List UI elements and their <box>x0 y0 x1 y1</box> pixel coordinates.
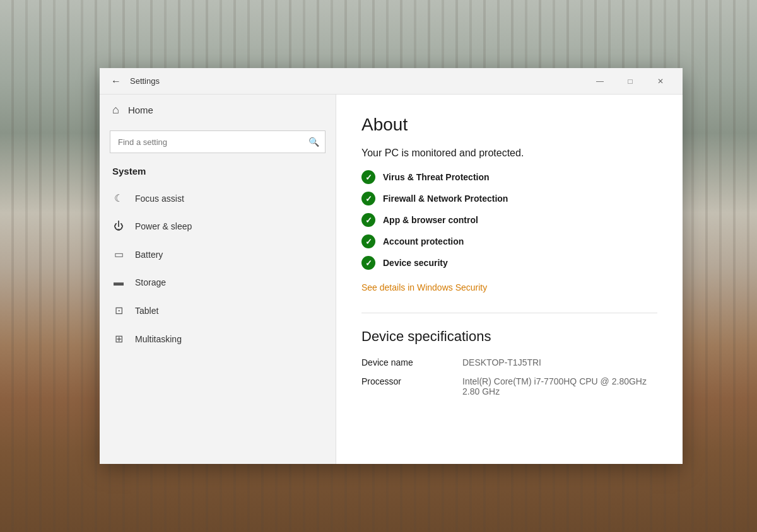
window-title: Settings <box>130 76 160 86</box>
settings-window: ← Settings — □ ✕ ⌂ Home <box>100 68 683 464</box>
sidebar-item-power-sleep[interactable]: ⏻ Power & sleep <box>100 212 336 240</box>
focus-assist-icon: ☾ <box>112 192 125 204</box>
search-box: 🔍 <box>110 130 326 153</box>
home-label: Home <box>128 105 153 115</box>
maximize-icon: □ <box>628 77 632 86</box>
protection-item: Account protection <box>361 234 657 248</box>
sidebar-item-home[interactable]: ⌂ Home <box>100 95 336 125</box>
system-heading: System <box>100 163 336 184</box>
device-specs-title: Device specifications <box>361 328 657 345</box>
check-icon <box>361 213 375 227</box>
search-icon: 🔍 <box>308 137 319 147</box>
close-button[interactable]: ✕ <box>646 71 675 91</box>
sidebar-item-battery[interactable]: ▭ Battery <box>100 240 336 269</box>
protection-name: Firewall & Network Protection <box>383 194 508 204</box>
page-title: About <box>361 115 657 135</box>
storage-icon: ▬ <box>112 277 125 288</box>
spec-label: Processor <box>361 376 462 396</box>
tablet-label: Tablet <box>135 306 158 316</box>
minimize-icon: — <box>596 77 604 86</box>
see-details-link[interactable]: See details in Windows Security <box>361 282 657 292</box>
check-icon <box>361 170 375 184</box>
minimize-button[interactable]: — <box>585 71 614 91</box>
spec-value: DESKTOP-T1J5TRI <box>462 357 657 367</box>
check-icon <box>361 234 375 248</box>
protection-subtitle: Your PC is monitored and protected. <box>361 147 657 159</box>
battery-label: Battery <box>135 250 163 260</box>
sidebar-item-multitasking[interactable]: ⊞ Multitasking <box>100 325 336 353</box>
tablet-icon: ⊡ <box>112 304 125 316</box>
protection-item: Device security <box>361 256 657 270</box>
close-icon: ✕ <box>657 77 664 86</box>
titlebar: ← Settings — □ ✕ <box>100 68 683 95</box>
sidebar: ⌂ Home 🔍 System ☾ Focus assist ⏻ Power &… <box>100 95 336 464</box>
protection-name: Account protection <box>383 236 464 246</box>
battery-icon: ▭ <box>112 248 125 260</box>
sidebar-item-tablet[interactable]: ⊡ Tablet <box>100 296 336 325</box>
home-icon: ⌂ <box>112 103 119 117</box>
nav-items-list: ☾ Focus assist ⏻ Power & sleep ▭ Battery… <box>100 184 336 353</box>
sidebar-item-storage[interactable]: ▬ Storage <box>100 269 336 296</box>
window-controls: — □ ✕ <box>585 71 675 91</box>
focus-assist-label: Focus assist <box>135 194 184 204</box>
protection-item: App & browser control <box>361 213 657 227</box>
power-sleep-icon: ⏻ <box>112 221 125 232</box>
maximize-button[interactable]: □ <box>616 71 645 91</box>
protection-name: App & browser control <box>383 215 478 225</box>
spec-rows: Device name DESKTOP-T1J5TRI Processor In… <box>361 357 657 396</box>
spec-row: Device name DESKTOP-T1J5TRI <box>361 357 657 367</box>
check-icon <box>361 192 375 205</box>
protection-item: Firewall & Network Protection <box>361 192 657 205</box>
check-icon <box>361 256 375 270</box>
spec-row: Processor Intel(R) Core(TM) i7-7700HQ CP… <box>361 376 657 396</box>
spec-value: Intel(R) Core(TM) i7-7700HQ CPU @ 2.80GH… <box>462 376 657 396</box>
power-sleep-label: Power & sleep <box>135 221 192 231</box>
protection-item: Virus & Threat Protection <box>361 170 657 184</box>
protection-list: Virus & Threat Protection Firewall & Net… <box>361 170 657 270</box>
multitasking-icon: ⊞ <box>112 333 125 345</box>
protection-name: Device security <box>383 258 448 268</box>
main-content: About Your PC is monitored and protected… <box>336 95 683 464</box>
back-button[interactable]: ← <box>107 72 125 90</box>
spec-label: Device name <box>361 357 462 367</box>
multitasking-label: Multitasking <box>135 334 182 344</box>
search-input[interactable] <box>110 130 326 153</box>
section-divider <box>361 313 657 313</box>
protection-name: Virus & Threat Protection <box>383 172 490 182</box>
sidebar-item-focus-assist[interactable]: ☾ Focus assist <box>100 184 336 212</box>
window-body: ⌂ Home 🔍 System ☾ Focus assist ⏻ Power &… <box>100 95 683 464</box>
storage-label: Storage <box>135 277 166 287</box>
